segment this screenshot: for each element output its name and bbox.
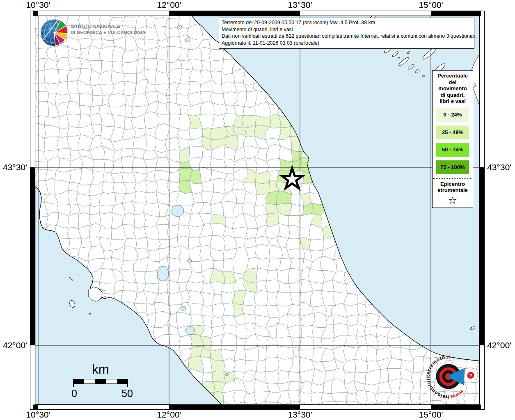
map-page: 10°30' 12°00' 13°30' 15°00' 10°30' 12°00… xyxy=(0,0,515,420)
municipality-cell xyxy=(387,337,401,347)
lon-label-bottom-3: 13°30' xyxy=(288,410,312,420)
legend-box: Percentuale del movimento di quadri, lib… xyxy=(432,70,473,208)
municipality-cell xyxy=(256,359,266,372)
scale-numbers: 0 50 xyxy=(68,388,133,399)
legend-class-25-49: 25 - 49% xyxy=(436,126,469,139)
municipality-cell xyxy=(233,359,246,372)
scale-max-label: 50 xyxy=(121,388,133,399)
scale-tick xyxy=(73,383,74,387)
event-info-box: Terremoto del 20-09-2009 05:50:17 (ora l… xyxy=(219,18,474,49)
municipality-cell xyxy=(256,244,270,259)
municipality-cell xyxy=(265,357,279,372)
municipality-cell xyxy=(222,334,237,351)
island xyxy=(398,57,400,59)
municipality-cell xyxy=(146,192,158,204)
globe-body xyxy=(41,18,68,46)
event-title: Terremoto del 20-09-2009 05:50:17 (ora l… xyxy=(222,19,472,26)
municipality-cell xyxy=(242,115,256,128)
lat-label-left-1: 43°30' xyxy=(1,162,27,172)
ingv-name-line2: DI GEOFISICA E VULCANOLOGIA xyxy=(71,30,146,36)
frame-seg xyxy=(431,405,481,410)
municipality-cell xyxy=(288,225,300,239)
municipality-cell xyxy=(234,350,246,361)
municipality-cell xyxy=(89,213,101,225)
municipality-cell xyxy=(108,94,127,107)
municipality-cell xyxy=(210,60,223,73)
municipality-cell xyxy=(311,383,324,393)
lat-label-left-2: 42°00' xyxy=(1,340,27,350)
municipality-cell xyxy=(379,369,389,383)
frame-seg xyxy=(33,405,38,410)
municipality-cell xyxy=(124,117,133,130)
municipality-cell xyxy=(92,159,105,172)
legend-class-0-24: 0 - 24% xyxy=(436,108,469,122)
question-mark: ? xyxy=(469,373,472,379)
municipality-cell xyxy=(287,249,305,259)
municipality-cell xyxy=(203,372,213,382)
legend-title-line: movimento xyxy=(433,85,473,92)
municipality-cell xyxy=(179,335,192,349)
municipality-cell xyxy=(121,148,135,158)
scale-segment xyxy=(84,379,95,383)
island xyxy=(70,277,71,278)
legend-class-50-74: 50 - 74% xyxy=(436,143,469,157)
island xyxy=(422,75,425,77)
municipality-cell xyxy=(265,370,279,384)
municipality-cell xyxy=(209,49,224,61)
municipality-cell xyxy=(243,313,256,324)
lat-label-right-1: 43°30' xyxy=(487,162,511,172)
municipality-cell xyxy=(167,292,183,306)
municipality-cell xyxy=(276,291,293,306)
municipality-cell xyxy=(144,270,159,284)
frame-seg xyxy=(480,167,485,345)
epicenter-star-icon: ☆ xyxy=(433,194,473,206)
logo-url-tld: .it xyxy=(445,354,451,360)
legend-title-line: di quadri, xyxy=(433,92,473,98)
municipality-cell xyxy=(121,290,137,303)
lon-label-bottom-2: 12°00' xyxy=(157,410,181,420)
legend-divider xyxy=(433,178,472,179)
ingv-logo: ISTITUTO NAZIONALE DI GEOFISICA E VULCAN… xyxy=(39,17,163,48)
municipality-cell xyxy=(223,358,235,372)
municipality-cell xyxy=(243,106,255,116)
municipality-cell xyxy=(80,168,94,185)
municipality-cell xyxy=(213,103,227,115)
frame-seg xyxy=(169,405,300,410)
municipality-cell xyxy=(333,324,348,337)
frame-seg xyxy=(431,11,481,16)
event-update-time: Aggiornato il: 11-01-2026 03:03 (ora loc… xyxy=(222,40,472,47)
municipality-cell xyxy=(258,346,267,361)
legend-epicenter-label: Epicentro strumentale xyxy=(433,181,473,194)
frame-seg xyxy=(33,11,38,16)
municipality-cell xyxy=(267,269,278,281)
scale-tick xyxy=(127,383,128,387)
legend-class-75-100: 75 - 100% xyxy=(436,160,469,174)
municipality-cell xyxy=(144,58,158,70)
lon-label-top-2: 12°00' xyxy=(157,0,181,10)
municipality-cell xyxy=(309,239,324,251)
lon-label-bottom-1: 10°30' xyxy=(26,410,50,420)
municipality-cell xyxy=(167,36,181,48)
ingv-globe-icon xyxy=(39,17,69,48)
scale-segment xyxy=(73,379,84,383)
legend-title-line: Percentuale xyxy=(433,73,473,79)
municipality-cell xyxy=(44,137,59,151)
legend-title-line: libri e vasi xyxy=(433,98,473,105)
scale-bar: km 0 50 xyxy=(68,363,133,399)
frame-seg xyxy=(30,167,35,345)
municipality-cell xyxy=(299,337,314,349)
lon-label-top-4: 15°00' xyxy=(419,0,443,10)
ingv-name: ISTITUTO NAZIONALE DI GEOFISICA E VULCAN… xyxy=(71,23,146,36)
scale-bar-segments xyxy=(73,379,128,384)
lake xyxy=(172,205,184,217)
lat-label-right-2: 42°00' xyxy=(487,340,511,350)
ingv-name-line1: ISTITUTO NAZIONALE xyxy=(71,23,146,30)
municipality-cell xyxy=(242,305,256,315)
island xyxy=(72,279,73,281)
municipality-cell xyxy=(278,346,294,359)
lon-label-top-1: 10°30' xyxy=(26,0,50,10)
haisentitoilterremoto-logo: ? www.haisentitoilterremoto.it xyxy=(422,350,475,403)
scale-min-label: 0 xyxy=(71,388,77,399)
municipality-cell xyxy=(124,81,137,96)
municipality-cell xyxy=(254,291,268,306)
